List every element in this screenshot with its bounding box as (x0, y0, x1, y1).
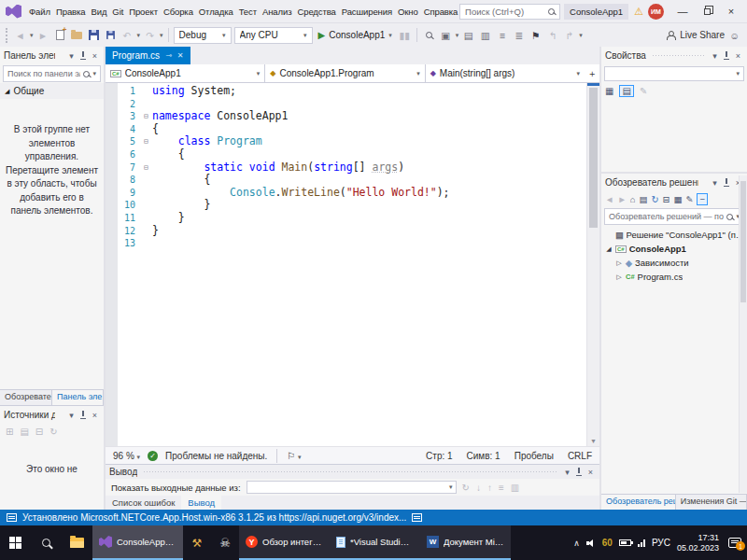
pin-icon[interactable]: ⊸ (165, 51, 172, 60)
tree-item[interactable]: ▤Решение "ConsoleApp1" (проекты: 1 из 1) (601, 228, 747, 242)
bottom-panel-tab[interactable]: Список ошибок (106, 496, 181, 510)
menu-item[interactable]: Правка (53, 2, 89, 21)
outdent-icon[interactable]: ≡ (495, 27, 509, 44)
solution-name-chip[interactable]: ConsoleApp1 (564, 4, 628, 20)
indent-icon[interactable]: ≣ (512, 27, 526, 44)
editor-vertical-scrollbar[interactable]: ▼ (586, 83, 599, 446)
window-position-icon[interactable]: ▾ (710, 178, 720, 188)
word-wrap-icon[interactable]: ▥ (511, 483, 519, 493)
taskbar-window-button[interactable]: *Visual Studio.txt – ... (330, 525, 420, 560)
undo-icon[interactable]: ↶ (120, 27, 134, 44)
refresh-icon[interactable]: ↻ (652, 194, 659, 204)
code-line[interactable]: 7⊟ static void Main(string[] args) (118, 161, 586, 175)
open-file-icon[interactable] (70, 27, 84, 44)
menu-item[interactable]: Отладка (196, 2, 236, 21)
menu-item[interactable]: Тест (236, 2, 260, 21)
code-text[interactable]: 1using System;23⊟namespace ConsoleApp14{… (118, 83, 586, 446)
scrollbar-thumb[interactable] (740, 181, 746, 302)
battery-percent[interactable]: 60 (602, 538, 613, 548)
menu-item[interactable]: Файл (26, 2, 53, 21)
expander-icon[interactable]: ◢ (605, 245, 613, 253)
tree-item[interactable]: ▷◈Зависимости (601, 256, 747, 270)
toolbar-overflow-icon[interactable]: ▾ (456, 32, 459, 39)
menu-item[interactable]: Расширения (339, 2, 395, 21)
pin-icon[interactable] (723, 178, 730, 187)
search-options-icon[interactable]: ▾ (92, 70, 96, 77)
member-dropdown[interactable]: ◆ Main(string[] args) ▾ (426, 64, 585, 82)
zoom-dropdown[interactable]: 96 % ▾ (113, 451, 140, 461)
account-avatar[interactable]: ИМ (648, 4, 664, 20)
solution-search-box[interactable]: Обозреватель решений — поиск (Ctrl+» ▾ (604, 208, 744, 225)
tree-item[interactable]: ◢C#ConsoleApp1 (601, 242, 747, 256)
code-line[interactable]: 1using System; (118, 85, 586, 98)
close-icon[interactable]: × (585, 468, 596, 477)
next-bookmark-icon[interactable]: ↱ (562, 27, 576, 44)
breakpoints-window-icon[interactable]: ▣ (439, 27, 453, 44)
comment-icon[interactable]: ▤ (461, 27, 475, 44)
new-file-icon[interactable] (53, 27, 67, 44)
code-editor[interactable]: 1using System;23⊟namespace ConsoleApp14{… (106, 83, 599, 446)
start-debugging-button[interactable]: ▶ ConsoleApp1 ▾ (316, 30, 395, 40)
taskbar-window-button[interactable]: ☠ (211, 525, 239, 560)
expander-icon[interactable]: ▷ (615, 273, 623, 281)
code-line[interactable]: 9 Console.WriteLine("Hello World!"); (118, 187, 586, 200)
quick-search-box[interactable]: Поиск (Ctrl+Q) (459, 4, 560, 20)
column-indicator[interactable]: Симв: 1 (467, 451, 500, 461)
save-icon[interactable] (87, 27, 101, 44)
hot-reload-icon[interactable]: ▮▮ (398, 27, 412, 44)
nav-forward-icon[interactable]: ► (617, 194, 626, 204)
clock[interactable]: 17:31 05.02.2023 (677, 533, 719, 553)
dock-tab[interactable]: Обозревате... (0, 390, 52, 405)
language-indicator[interactable]: РУС (652, 538, 670, 548)
line-ending-indicator[interactable]: CRLF (568, 451, 592, 461)
tray-expand-icon[interactable]: ∧ (573, 539, 580, 548)
collapse-all-icon[interactable]: ⊟ (663, 194, 670, 204)
code-line[interactable]: 12} (118, 225, 586, 238)
properties-object-dropdown[interactable]: ▾ (604, 66, 744, 81)
show-all-files-icon[interactable]: ▦ (673, 194, 682, 204)
nav-back-icon[interactable]: ◄ (605, 194, 613, 204)
bookmark-overflow-icon[interactable]: ▾ (579, 32, 583, 39)
whitespace-indicator[interactable]: Пробелы (514, 451, 554, 461)
taskbar-window-button[interactable]: ⚒ (183, 525, 211, 560)
home-icon[interactable]: ⌂ (630, 194, 636, 204)
back-dropdown-icon[interactable]: ▾ (30, 32, 34, 39)
code-line[interactable]: 2 (118, 98, 586, 111)
window-position-icon[interactable]: ▾ (562, 468, 572, 477)
taskbar-window-button[interactable]: ConsoleApp1 - Mic... (92, 525, 183, 560)
toolbar-grip[interactable] (6, 28, 8, 43)
scrollbar-thumb[interactable] (589, 88, 598, 228)
alphabetical-view-icon[interactable]: ▤ (619, 85, 633, 97)
pin-icon[interactable] (723, 51, 730, 60)
split-window-button[interactable]: ＋ (585, 64, 599, 82)
menu-item[interactable]: Вид (88, 2, 109, 21)
platform-dropdown[interactable]: Any CPU▾ (234, 27, 313, 44)
close-icon[interactable]: × (90, 51, 100, 61)
pin-icon[interactable] (79, 411, 87, 419)
fold-collapse-icon[interactable]: ⊟ (140, 110, 152, 123)
close-button[interactable]: × (719, 1, 743, 21)
goto-prev-message-icon[interactable]: ↓ (476, 483, 481, 493)
menu-item[interactable]: Проект (126, 2, 161, 21)
dock-tab[interactable]: Обозреватель реше... (601, 495, 676, 510)
drag-handle[interactable] (652, 54, 704, 58)
dock-tab[interactable]: Изменения Git — п... (676, 495, 747, 510)
output-source-dropdown[interactable]: ▾ (247, 481, 457, 494)
code-line[interactable]: 3⊟namespace ConsoleApp1 (118, 110, 586, 123)
volume-icon[interactable] (586, 539, 596, 547)
tree-item[interactable]: ▷C#Program.cs (601, 270, 747, 284)
properties-icon[interactable]: ✎ (685, 194, 693, 204)
code-line[interactable]: 8 { (118, 174, 586, 187)
preview-selected-icon[interactable]: − (697, 193, 708, 205)
code-line[interactable]: 4{ (118, 123, 586, 136)
battery-icon[interactable] (619, 539, 631, 546)
code-line[interactable]: 13 (118, 237, 586, 250)
menu-item[interactable]: Git (109, 2, 126, 21)
toolbox-group-header[interactable]: ◢ Общие (0, 83, 104, 99)
find-message-icon[interactable]: ↻ (462, 483, 470, 493)
menu-item[interactable]: Средства (294, 2, 338, 21)
dock-tab[interactable]: Панель эле... (52, 390, 104, 405)
project-dropdown[interactable]: C# ConsoleApp1 ▾ (106, 64, 265, 82)
configuration-dropdown[interactable]: Debug▾ (174, 27, 232, 44)
fold-collapse-icon[interactable]: ⊟ (140, 161, 152, 175)
